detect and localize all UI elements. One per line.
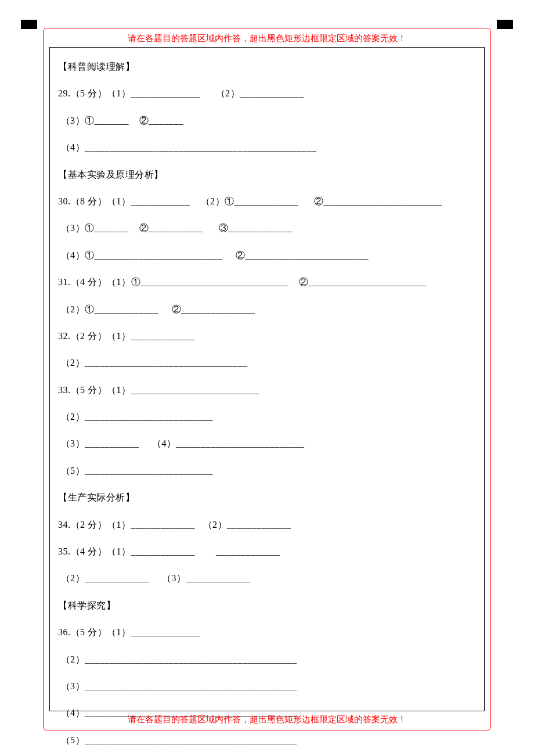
q36-line-2[interactable]: （2）_____________________________________…	[58, 646, 476, 673]
section-1-title: 【科普阅读理解】	[58, 53, 476, 80]
q29-line-1[interactable]: 29.（5 分）（1）______________ （2）___________…	[58, 80, 476, 107]
q36-line-3[interactable]: （3）_____________________________________…	[58, 673, 476, 700]
warning-bottom: 请在各题目的答题区域内作答，超出黑色矩形边框限定区域的答案无效！	[44, 714, 490, 725]
q33-line-4[interactable]: （5）__________________________	[58, 458, 476, 484]
q30-line-2[interactable]: （3）①_______ ②___________ ③_____________	[58, 215, 476, 242]
q32-line-1[interactable]: 32.（2 分）（1）_____________	[58, 323, 476, 350]
q29-line-2[interactable]: （3）①_______ ②_______	[58, 107, 476, 134]
section-3-title: 【生产实际分析】	[58, 484, 476, 511]
section-4-title: 【科学探究】	[58, 592, 476, 619]
q32-line-2[interactable]: （2）_________________________________	[58, 350, 476, 376]
answer-area: 【科普阅读理解】 29.（5 分）（1）______________ （2）__…	[49, 47, 485, 711]
scan-marker-top-right	[497, 20, 513, 29]
q30-line-3[interactable]: （4）①__________________________ ②________…	[58, 242, 476, 269]
q35-line-2[interactable]: （2）_____________ （3）_____________	[58, 565, 476, 592]
scan-marker-top-left	[21, 20, 37, 29]
q36-line-5[interactable]: （5）_____________________________________…	[58, 727, 476, 754]
q36-line-1[interactable]: 36.（5 分）（1）______________	[58, 619, 476, 646]
q34-line-1[interactable]: 34.（2 分）（1）_____________ （2）____________…	[58, 512, 476, 538]
q29-line-3[interactable]: （4）_____________________________________…	[58, 134, 476, 161]
page-frame: 请在各题目的答题区域内作答，超出黑色矩形边框限定区域的答案无效！ 【科普阅读理解…	[43, 28, 491, 730]
warning-top: 请在各题目的答题区域内作答，超出黑色矩形边框限定区域的答案无效！	[44, 33, 490, 44]
q30-line-1[interactable]: 30.（8 分）（1）____________ （2）①____________…	[58, 188, 476, 215]
q33-line-2[interactable]: （2）__________________________	[58, 404, 476, 430]
q31-line-2[interactable]: （2）①_____________ ②_______________	[58, 296, 476, 323]
q31-line-1[interactable]: 31.（4 分）（1）①____________________________…	[58, 269, 476, 296]
q35-line-1[interactable]: 35.（4 分）（1）_____________ _____________	[58, 538, 476, 565]
q33-line-3[interactable]: （3）___________ （4）______________________…	[58, 430, 476, 457]
section-2-title: 【基本实验及原理分析】	[58, 161, 476, 188]
q33-line-1[interactable]: 33.（5 分）（1）__________________________	[58, 377, 476, 404]
